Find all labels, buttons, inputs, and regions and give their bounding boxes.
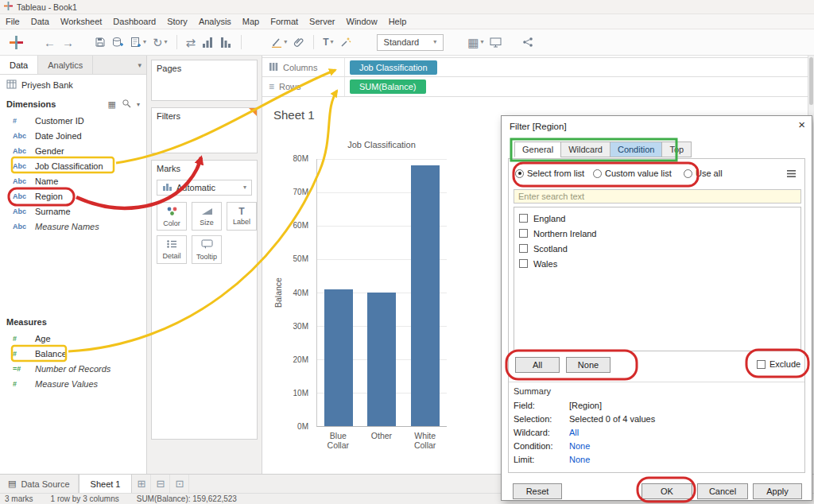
reset-button[interactable]: Reset [513,483,562,499]
format-wand-icon[interactable] [337,33,355,52]
mark-type-dropdown[interactable]: Automatic ▾ [157,180,252,196]
filter-value-england[interactable]: England [514,211,800,226]
add-data-icon[interactable] [109,33,127,52]
rows-shelf[interactable]: ≡ Rows SUM(Balance) [262,77,814,97]
menu-worksheet[interactable]: Worksheet [55,17,107,26]
checkbox-icon[interactable] [519,244,528,253]
dimension-customer-id[interactable]: #Customer ID [0,113,146,128]
dimension-name[interactable]: AbcName [0,173,146,188]
show-me-icon[interactable]: ▦▾ [464,33,486,52]
measure-age[interactable]: #Age [0,331,146,346]
highlight-icon[interactable]: ▾ [268,33,290,52]
size-button[interactable]: Size [192,202,222,231]
refresh-icon[interactable]: ↻▾ [149,33,171,52]
save-icon[interactable] [91,33,109,52]
all-button[interactable]: All [515,357,560,373]
measure-number-of-records[interactable]: =#Number of Records [0,361,146,376]
ok-button[interactable]: OK [642,483,692,499]
undo-icon[interactable]: ← [41,33,59,52]
label-button[interactable]: T Label [227,202,257,231]
filter-value-scotland[interactable]: Scotland [514,241,800,256]
new-dashboard-icon[interactable]: ⊟ [151,475,170,493]
pane-menu-caret-icon[interactable]: ▾ [133,56,146,74]
columns-shelf[interactable]: Columns Job Classification [262,57,814,77]
pill-job-classification[interactable]: Job Classification [350,60,437,75]
bar-white-collar[interactable] [411,165,440,426]
tooltip-button[interactable]: Tooltip [192,235,222,264]
tab-wildcard[interactable]: Wildcard [560,142,610,157]
menu-dashboard[interactable]: Dashboard [107,17,161,26]
dimension-job-classification[interactable]: AbcJob Classification [0,158,146,173]
sort-descending-icon[interactable] [217,33,235,52]
paperclip-icon[interactable] [290,33,308,52]
close-icon[interactable]: × [798,118,805,130]
measure-balance[interactable]: #Balance [0,346,146,361]
checkbox-icon[interactable] [519,229,528,238]
checkbox-icon[interactable] [519,214,528,223]
sheet-tab-sheet1[interactable]: Sheet 1 [79,475,133,493]
pill-sum-balance[interactable]: SUM(Balance) [350,79,426,94]
tableau-logo-icon[interactable] [6,33,26,52]
tab-top[interactable]: Top [661,142,692,157]
search-input[interactable] [514,189,801,204]
tab-condition[interactable]: Condition [610,142,661,157]
menu-story[interactable]: Story [161,17,193,26]
search-icon[interactable] [122,99,131,110]
list-options-icon[interactable] [784,167,798,180]
radio-select-from-list[interactable]: Select from list [515,169,584,178]
text-label-icon[interactable]: T▾ [320,33,336,52]
datasource-item[interactable]: Priyesh Bank [0,75,146,95]
menu-analysis[interactable]: Analysis [193,17,237,26]
color-button[interactable]: Color [157,202,187,231]
filter-value-wales[interactable]: Wales [514,256,800,271]
checkbox-icon[interactable] [519,259,528,268]
dimension-measure-names[interactable]: AbcMeasure Names [0,219,146,234]
radio-use-all[interactable]: Use all [684,169,723,178]
summary-link[interactable]: None [569,455,590,464]
none-button[interactable]: None [566,357,610,373]
new-worksheet-icon[interactable]: ⊞ [132,475,151,493]
filter-values-list[interactable]: England Northern Ireland Scotland Wales [514,207,801,351]
menu-file[interactable]: File [0,17,25,26]
tab-general[interactable]: General [514,142,560,157]
menu-server[interactable]: Server [304,17,340,26]
presentation-mode-icon[interactable] [486,33,505,52]
sort-options-caret-icon[interactable]: ▾ [137,101,140,108]
sort-ascending-icon[interactable] [199,33,217,52]
apply-button[interactable]: Apply [753,483,802,499]
redo-icon[interactable]: → [59,33,77,52]
dimension-region[interactable]: AbcRegion [0,188,146,204]
dimension-date-joined[interactable]: AbcDate Joined [0,128,146,143]
detail-button[interactable]: Detail [157,235,187,264]
menu-window[interactable]: Window [341,17,383,26]
dimension-surname[interactable]: AbcSurname [0,204,146,219]
menu-help[interactable]: Help [383,17,413,26]
bar-other[interactable] [367,293,396,426]
cancel-button[interactable]: Cancel [697,483,748,499]
exclude-checkbox[interactable]: Exclude [757,359,800,369]
scrollbar-thumb[interactable] [809,57,813,105]
radio-custom-value-list[interactable]: Custom value list [593,169,672,178]
datasource-tab[interactable]: ▤ Data Source [0,475,79,493]
checkbox-icon[interactable] [757,360,766,369]
dimension-gender[interactable]: AbcGender [0,143,146,158]
view-grid-icon[interactable]: ▦ [108,99,116,110]
menu-map[interactable]: Map [237,17,265,26]
menu-format[interactable]: Format [265,17,304,26]
menu-data[interactable]: Data [25,17,55,26]
bar-blue-collar[interactable] [324,289,353,426]
color-label: Color [163,219,180,227]
fit-selector[interactable]: Standard▾ [377,34,444,51]
filter-value-northern-ireland[interactable]: Northern Ireland [514,226,800,241]
new-worksheet-icon[interactable]: ▾ [127,33,149,52]
filters-shelf[interactable]: Filters [151,107,258,153]
tab-data[interactable]: Data [0,56,38,74]
pages-shelf[interactable]: Pages [151,60,258,101]
new-story-icon[interactable]: ⊡ [170,475,189,493]
measure-measure-values[interactable]: #Measure Values [0,376,146,391]
swap-axes-icon[interactable]: ⇄ [183,33,200,52]
summary-link[interactable]: All [569,428,579,437]
share-icon[interactable] [519,33,537,52]
summary-link[interactable]: None [569,441,590,451]
tab-analytics[interactable]: Analytics [38,56,93,74]
